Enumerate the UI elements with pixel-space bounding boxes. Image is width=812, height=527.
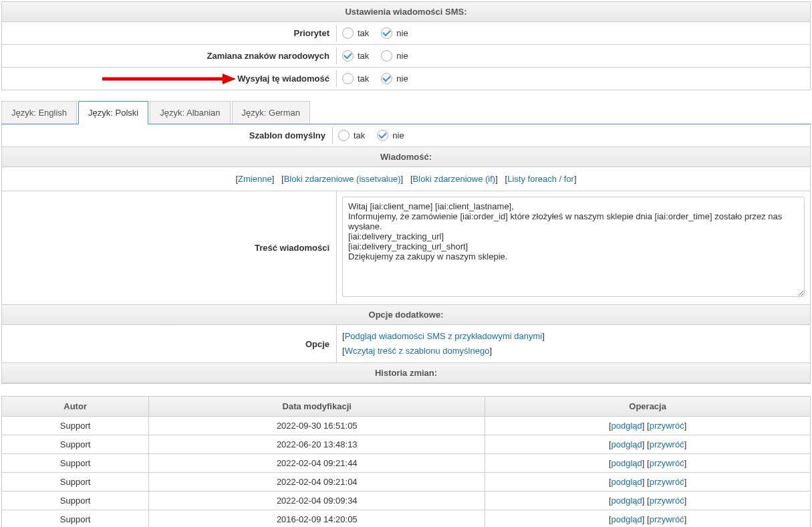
link-preview[interactable]: podgląd bbox=[612, 496, 642, 506]
arrow-right-icon bbox=[102, 73, 236, 85]
link-if[interactable]: Bloki zdarzeniowe (if) bbox=[413, 174, 496, 184]
radio-unchecked-icon bbox=[342, 73, 354, 84]
cell-date: 2022-02-04 09:21:04 bbox=[149, 473, 485, 492]
row-national: Zamiana znaków narodowych tak nie bbox=[1, 45, 811, 68]
cell-date: 2022-09-30 16:51:05 bbox=[149, 417, 485, 435]
extra-header: Opcje dodatkowe: bbox=[2, 305, 810, 325]
message-hint-links: [Zmienne] [Bloki zdarzeniowe (issetvalue… bbox=[2, 167, 810, 191]
message-body-textarea[interactable] bbox=[342, 197, 805, 297]
link-issetvalue[interactable]: Bloki zdarzeniowe (issetvalue) bbox=[284, 174, 401, 184]
radio-checked-icon bbox=[342, 50, 354, 62]
link-preview-sms[interactable]: Podgląd wiadomości SMS z przykładowymi d… bbox=[345, 331, 543, 341]
national-yes[interactable]: tak bbox=[342, 50, 369, 62]
cell-ops: [podgląd] [przywróć] bbox=[485, 454, 811, 473]
cell-ops: [podgląd] [przywróć] bbox=[485, 417, 811, 435]
link-restore[interactable]: przywróć bbox=[650, 421, 684, 431]
svg-marker-1 bbox=[223, 74, 236, 84]
tab-albanian[interactable]: Język: Albanian bbox=[150, 101, 230, 124]
cell-author: Support bbox=[2, 510, 149, 527]
row-message-body: Treść wiadomości bbox=[2, 191, 810, 305]
link-restore[interactable]: przywróć bbox=[650, 477, 684, 487]
cell-ops: [podgląd] [przywróć] bbox=[485, 435, 811, 454]
link-zmienne[interactable]: Zmienne bbox=[238, 174, 272, 184]
priority-yes-label: tak bbox=[358, 28, 369, 38]
priority-label: Priorytet bbox=[2, 24, 336, 42]
link-foreach[interactable]: Listy foreach / for bbox=[507, 174, 574, 184]
default-yes-label: tak bbox=[354, 130, 365, 140]
cell-date: 2022-06-20 13:48:13 bbox=[149, 435, 485, 454]
table-row: Support2022-02-04 09:21:04[podgląd] [prz… bbox=[2, 473, 811, 492]
cell-date: 2016-02-09 14:20:05 bbox=[149, 510, 485, 527]
sms-settings-header: Ustawienia wiadomości SMS: bbox=[1, 1, 811, 22]
cell-author: Support bbox=[2, 417, 149, 435]
cell-ops: [podgląd] [przywróć] bbox=[485, 473, 811, 492]
cell-author: Support bbox=[2, 435, 149, 454]
send-no-label: nie bbox=[396, 74, 408, 84]
national-yes-label: tak bbox=[358, 51, 369, 61]
row-send: Wysyłaj tę wiadomość tak nie bbox=[1, 68, 811, 90]
link-restore[interactable]: przywróć bbox=[650, 439, 684, 449]
radio-checked-icon bbox=[377, 130, 388, 141]
col-author: Autor bbox=[2, 397, 149, 417]
row-options: Opcje [Podgląd wiadomości SMS z przykład… bbox=[2, 325, 810, 363]
default-no-label: nie bbox=[392, 130, 404, 140]
radio-unchecked-icon bbox=[338, 130, 350, 141]
radio-unchecked-icon bbox=[381, 50, 392, 62]
col-date: Data modyfikacji bbox=[149, 397, 485, 417]
tab-english[interactable]: Język: English bbox=[1, 101, 77, 124]
cell-author: Support bbox=[2, 473, 149, 492]
national-label: Zamiana znaków narodowych bbox=[2, 47, 336, 65]
cell-ops: [podgląd] [przywróć] bbox=[485, 510, 811, 527]
default-template-label: Szablon domyślny bbox=[2, 126, 332, 144]
link-restore[interactable]: przywróć bbox=[650, 514, 684, 524]
cell-author: Support bbox=[2, 454, 149, 473]
send-label: Wysyłaj tę wiadomość bbox=[237, 74, 329, 84]
table-row: Support2016-02-09 14:20:05[podgląd] [prz… bbox=[2, 510, 811, 527]
cell-ops: [podgląd] [przywróć] bbox=[485, 492, 811, 510]
priority-no-label: nie bbox=[396, 28, 408, 38]
link-preview[interactable]: podgląd bbox=[612, 514, 642, 524]
cell-date: 2022-02-04 09:21:44 bbox=[149, 454, 485, 473]
history-table: Autor Data modyfikacji Operacja Support2… bbox=[1, 396, 811, 527]
national-no-label: nie bbox=[396, 51, 408, 61]
link-preview[interactable]: podgląd bbox=[612, 421, 642, 431]
send-yes-label: tak bbox=[358, 74, 369, 84]
options-label: Opcje bbox=[2, 325, 336, 362]
table-row: Support2022-02-04 09:21:44[podgląd] [prz… bbox=[2, 454, 811, 473]
cell-date: 2022-02-04 09:09:34 bbox=[149, 492, 485, 510]
table-row: Support2022-06-20 13:48:13[podgląd] [prz… bbox=[2, 435, 811, 454]
template-box: Szablon domyślny tak nie Wiadomość: [Zmi… bbox=[1, 124, 811, 384]
table-row: Support2022-09-30 16:51:05[podgląd] [prz… bbox=[2, 417, 811, 435]
tab-polski[interactable]: Język: Polski bbox=[78, 101, 148, 124]
link-preview[interactable]: podgląd bbox=[612, 477, 642, 487]
cell-author: Support bbox=[2, 492, 149, 510]
table-row: Support2022-02-04 09:09:34[podgląd] [prz… bbox=[2, 492, 811, 510]
tab-german[interactable]: Język: German bbox=[232, 101, 310, 124]
link-restore[interactable]: przywróć bbox=[650, 496, 684, 506]
language-tabs: Język: English Język: Polski Język: Alba… bbox=[1, 101, 811, 124]
radio-checked-icon bbox=[381, 73, 392, 84]
link-load-default[interactable]: Wczytaj treść z szablonu domyślnego bbox=[345, 346, 490, 356]
row-default-template: Szablon domyślny tak nie bbox=[2, 124, 810, 147]
radio-checked-icon bbox=[381, 27, 392, 39]
priority-yes[interactable]: tak bbox=[342, 27, 369, 39]
link-preview[interactable]: podgląd bbox=[612, 439, 642, 449]
send-label-cell: Wysyłaj tę wiadomość bbox=[2, 70, 336, 88]
radio-unchecked-icon bbox=[342, 27, 354, 39]
link-restore[interactable]: przywróć bbox=[650, 458, 684, 468]
link-preview[interactable]: podgląd bbox=[612, 458, 642, 468]
message-header: Wiadomość: bbox=[2, 147, 810, 167]
col-op: Operacja bbox=[485, 397, 811, 417]
message-body-label: Treść wiadomości bbox=[2, 191, 336, 304]
send-no[interactable]: nie bbox=[381, 73, 408, 84]
send-yes[interactable]: tak bbox=[342, 73, 369, 84]
row-priority: Priorytet tak nie bbox=[1, 22, 811, 45]
default-yes[interactable]: tak bbox=[338, 130, 365, 141]
national-no[interactable]: nie bbox=[381, 50, 408, 62]
default-no[interactable]: nie bbox=[377, 130, 404, 141]
priority-no[interactable]: nie bbox=[381, 27, 408, 39]
history-header: Historia zmian: bbox=[2, 363, 810, 383]
